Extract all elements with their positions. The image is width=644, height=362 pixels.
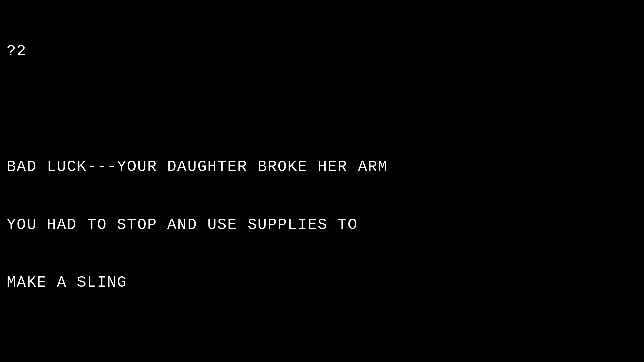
line-bad-luck2: YOU HAD TO STOP AND USE SUPPLIES TO bbox=[7, 216, 637, 235]
terminal-screen: ?2 BAD LUCK---YOUR DAUGHTER BROKE HER AR… bbox=[0, 0, 644, 362]
line-empty1 bbox=[7, 100, 637, 119]
line-bad-luck3: MAKE A SLING bbox=[7, 273, 637, 293]
line-prompt1: ?2 bbox=[7, 42, 637, 61]
line-empty2 bbox=[7, 331, 637, 351]
line-bad-luck1: BAD LUCK---YOUR DAUGHTER BROKE HER ARM bbox=[7, 158, 637, 177]
